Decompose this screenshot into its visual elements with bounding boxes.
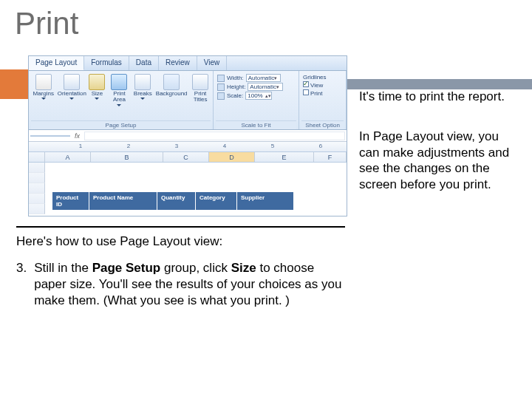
height-field[interactable]: Automatic▾ (248, 83, 283, 91)
below-text-column: Here's how to use Page Layout view: 3. S… (16, 226, 345, 309)
step-text: Still in the Page Setup group, click Siz… (34, 260, 345, 309)
accent-block (0, 69, 28, 99)
width-value: Automatic (248, 75, 275, 81)
ruler-number: 6 (319, 143, 322, 149)
background-button[interactable]: Background (156, 72, 187, 97)
column-header[interactable]: A (45, 152, 91, 162)
table-header-cell: Category (196, 192, 237, 210)
width-row: Width: Automatic▾ (217, 74, 295, 82)
column-header[interactable]: B (91, 152, 163, 162)
height-value: Automatic (250, 83, 276, 90)
width-field[interactable]: Automatic▾ (246, 74, 282, 82)
chevron-down-icon (69, 98, 74, 100)
column-header[interactable]: C (163, 152, 209, 162)
intro-paragraph-1: It's time to print the report. (359, 89, 514, 105)
select-all-corner[interactable] (29, 152, 45, 162)
ruler-number: 4 (223, 143, 226, 149)
view-label: View (310, 82, 323, 89)
scale-field[interactable]: 100%▴▾ (245, 92, 272, 100)
column-header[interactable]: F (314, 152, 347, 162)
step-text-part: Still in the (34, 261, 92, 275)
orientation-icon (64, 74, 80, 90)
margins-label: Margins (33, 91, 53, 97)
group-page-setup: Margins Orientation Size Print Area (29, 71, 214, 129)
fx-icon[interactable]: fx (72, 132, 83, 140)
print-area-button[interactable]: Print Area (109, 72, 130, 106)
data-table-header: Product ID Product Name Quantity Categor… (52, 192, 293, 210)
width-icon (217, 75, 225, 82)
ruler-number: 3 (175, 143, 178, 149)
breaks-button[interactable]: Breaks (132, 72, 153, 100)
chevron-down-icon (41, 98, 46, 100)
ribbon-tabs: Page Layout Formulas Data Review View (29, 56, 347, 71)
formula-input[interactable] (84, 132, 345, 140)
column-header[interactable]: E (255, 152, 314, 162)
step-text-bold: Page Setup (92, 261, 161, 275)
ruler-number: 5 (271, 143, 274, 149)
column-header-selected[interactable]: D (209, 152, 255, 162)
height-icon (217, 83, 225, 91)
table-header-cell: Product Name (89, 192, 157, 210)
lead-paragraph: Here's how to use Page Layout view: (16, 233, 345, 250)
print-label: Print (310, 90, 322, 97)
size-label: Size (92, 91, 103, 97)
row-header[interactable] (29, 173, 45, 183)
print-titles-button[interactable]: Print Titles (190, 72, 211, 103)
gridlines-print-checkbox[interactable]: Print (303, 89, 327, 97)
scale-row: Scale: 100%▴▾ (217, 92, 295, 100)
row-header[interactable] (29, 204, 45, 214)
tab-review[interactable]: Review (159, 56, 197, 70)
row-header[interactable] (29, 183, 45, 194)
size-icon (89, 74, 105, 90)
gridlines-view-checkbox[interactable]: View (303, 81, 327, 89)
horizontal-ruler: 1 2 3 4 5 6 (29, 142, 347, 152)
chevron-down-icon (117, 104, 121, 106)
print-area-icon (111, 74, 127, 90)
right-text-column: It's time to print the report. In Page L… (359, 89, 514, 203)
formula-bar: fx (29, 130, 347, 142)
print-titles-label: Print Titles (190, 91, 211, 103)
group-sheet-options: Gridlines View Print Sheet Option (299, 71, 347, 129)
slide-title: Print (0, 0, 532, 41)
breaks-icon (134, 74, 151, 90)
scale-label: Scale: (227, 92, 243, 99)
divider-line (16, 226, 345, 228)
name-box[interactable] (30, 135, 70, 137)
group-label-sheet-options: Sheet Option (301, 120, 344, 129)
step-number: 3. (16, 260, 27, 309)
excel-screenshot: Page Layout Formulas Data Review View Ma… (28, 55, 347, 216)
ruler-number: 1 (79, 143, 82, 149)
group-label-scale-to-fit: Scale to Fit (216, 120, 296, 129)
table-header-cell: Supplier (237, 192, 293, 210)
orientation-button[interactable]: Orientation (58, 72, 85, 100)
tab-page-layout[interactable]: Page Layout (29, 56, 84, 70)
chevron-down-icon (140, 98, 145, 100)
tab-data[interactable]: Data (129, 56, 159, 70)
breaks-label: Breaks (134, 91, 152, 97)
orientation-label: Orientation (58, 91, 86, 97)
background-label: Background (156, 91, 188, 97)
row-header[interactable] (29, 194, 45, 204)
group-label-page-setup: Page Setup (31, 120, 211, 129)
tab-view[interactable]: View (197, 56, 228, 70)
column-header-row: A B C D E F (29, 152, 347, 163)
row-headers (29, 163, 45, 216)
group-scale-to-fit: Width: Automatic▾ Height: Automatic▾ Sca… (214, 71, 299, 129)
tab-formulas[interactable]: Formulas (84, 56, 129, 70)
height-row: Height: Automatic▾ (217, 83, 295, 91)
table-header-cell: Quantity (157, 192, 196, 210)
print-area-label: Print Area (109, 91, 130, 103)
chevron-down-icon (95, 98, 99, 100)
margins-button[interactable]: Margins (31, 72, 55, 100)
step-text-part: group, click (160, 261, 231, 275)
row-header[interactable] (29, 163, 45, 173)
step-text-bold: Size (231, 261, 256, 275)
width-label: Width: (227, 75, 244, 81)
table-header-cell: Product ID (52, 192, 89, 210)
size-button[interactable]: Size (88, 72, 106, 100)
height-label: Height: (227, 83, 245, 90)
ruler-number: 2 (127, 143, 130, 149)
scale-value: 100% (248, 92, 262, 99)
intro-paragraph-2: In Page Layout view, you can make adjust… (359, 129, 514, 193)
ribbon-body: Margins Orientation Size Print Area (29, 71, 347, 130)
